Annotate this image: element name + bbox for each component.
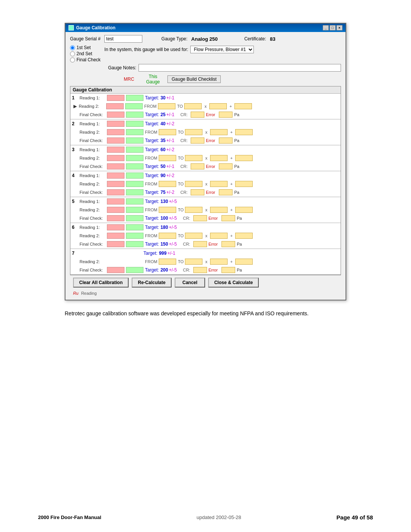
close-button[interactable]: × [336, 25, 342, 30]
checklist-button[interactable]: Gauge Build Checklist [167, 75, 221, 83]
cancel-button[interactable]: Cancel [175, 278, 205, 288]
from-box-2[interactable] [159, 129, 176, 135]
radio-final-check[interactable]: Final Check [70, 57, 100, 62]
x-box-4[interactable] [210, 181, 228, 187]
error-box-2[interactable] [219, 137, 233, 144]
green-input-5-2[interactable] [126, 207, 143, 213]
x-box-1[interactable] [209, 103, 227, 109]
radio-1st-set[interactable]: 1st Set [70, 45, 100, 50]
to-box-2[interactable] [185, 129, 202, 135]
green-input-3-1[interactable] [126, 147, 143, 153]
to-box-6[interactable] [185, 233, 202, 239]
pink-input-5-2[interactable] [107, 207, 124, 213]
from-box-7[interactable] [159, 259, 176, 265]
pink-input-2-1[interactable] [107, 121, 124, 127]
maximize-button[interactable]: □ [330, 25, 336, 30]
notes-input[interactable] [139, 64, 341, 72]
cr-box-1[interactable] [191, 112, 204, 118]
from-box-6[interactable] [159, 233, 176, 239]
cr-box-2[interactable] [191, 137, 204, 144]
green-input-1-2[interactable] [125, 103, 143, 109]
pink-input-4-f[interactable] [107, 189, 124, 195]
green-input-6-f[interactable] [126, 241, 143, 247]
green-input-5-1[interactable] [126, 198, 143, 204]
green-input-7-f[interactable] [126, 267, 143, 273]
pink-input-6-f[interactable] [107, 241, 124, 247]
green-input-4-2[interactable] [126, 181, 143, 187]
green-input-4-1[interactable] [126, 173, 143, 179]
to-box-5[interactable] [185, 207, 202, 213]
x-box-5[interactable] [210, 207, 228, 213]
pink-input-6-2[interactable] [107, 233, 124, 239]
title-bar-controls[interactable]: _ □ × [323, 25, 342, 30]
error-box-7[interactable] [221, 267, 235, 273]
to-box-1[interactable] [184, 103, 202, 109]
plus-box-6[interactable] [235, 233, 253, 239]
serial-input[interactable] [104, 35, 142, 43]
to-box-3[interactable] [185, 155, 202, 161]
green-input-5-f[interactable] [126, 215, 143, 221]
pink-input-7-f[interactable] [107, 267, 124, 273]
cr-box-5[interactable] [193, 215, 207, 221]
cr-box-7[interactable] [193, 267, 207, 273]
pink-input-2-2[interactable] [107, 129, 124, 135]
green-input-2-1[interactable] [126, 121, 143, 127]
plus-box-3[interactable] [235, 155, 253, 161]
radio-final-check-input[interactable] [70, 58, 75, 62]
to-box-4[interactable] [185, 181, 202, 187]
from-box-3[interactable] [159, 155, 176, 161]
pink-input-3-1[interactable] [107, 147, 124, 153]
from-box-1[interactable] [158, 103, 175, 109]
pink-input-1-f[interactable] [107, 112, 124, 118]
radio-2nd-set-input[interactable] [70, 51, 75, 56]
pink-input-6-1[interactable] [107, 224, 124, 230]
x-box-3[interactable] [210, 155, 228, 161]
error-box-3[interactable] [219, 163, 233, 169]
plus-box-1[interactable] [234, 103, 252, 109]
clear-all-button[interactable]: Clear All Calibration [73, 278, 129, 288]
pink-input-3-f[interactable] [107, 163, 124, 169]
green-input-1-f[interactable] [126, 112, 143, 118]
green-input-4-f[interactable] [126, 189, 143, 195]
green-input-3-f[interactable] [126, 163, 143, 169]
x-box-6[interactable] [210, 233, 228, 239]
recalculate-button[interactable]: Re-Calculate [132, 278, 172, 288]
x-box-2[interactable] [210, 129, 228, 135]
error-box-5[interactable] [221, 215, 235, 221]
cr-box-6[interactable] [193, 241, 207, 247]
pink-input-2-f[interactable] [107, 137, 124, 144]
plus-box-7[interactable] [235, 259, 253, 265]
green-input-2-2[interactable] [126, 129, 143, 135]
radio-1st-set-input[interactable] [70, 45, 75, 50]
row-6-reading1: 6 Reading 1: Target: 180 +/-5 [70, 223, 341, 232]
from-box-4[interactable] [159, 181, 176, 187]
error-box-6[interactable] [221, 241, 235, 247]
x-box-7[interactable] [210, 259, 228, 265]
plus-box-4[interactable] [235, 181, 253, 187]
cr-box-3[interactable] [191, 163, 204, 169]
error-box-1[interactable] [219, 112, 233, 118]
for-dropdown[interactable]: Flow Pressure, Blower #1 Flow Pressure, … [190, 46, 254, 53]
from-box-5[interactable] [159, 207, 176, 213]
pink-input-4-2[interactable] [107, 181, 124, 187]
green-input-3-2[interactable] [126, 155, 143, 161]
green-input-6-2[interactable] [126, 233, 143, 239]
plus-box-2[interactable] [235, 129, 253, 135]
pink-input-3-2[interactable] [107, 155, 124, 161]
cr-box-4[interactable] [191, 189, 204, 195]
to-box-7[interactable] [185, 259, 202, 265]
green-input-6-1[interactable] [126, 224, 143, 230]
pink-input-5-f[interactable] [107, 215, 124, 221]
pink-input-1-1[interactable] [107, 95, 124, 101]
radio-2nd-set[interactable]: 2nd Set [70, 51, 100, 56]
minimize-button[interactable]: _ [323, 25, 329, 30]
close-calculate-button[interactable]: Close & Calculate [208, 278, 259, 288]
pink-input-4-1[interactable] [107, 173, 124, 179]
green-input-1-1[interactable] [126, 95, 143, 101]
pink-input-1-2[interactable] [106, 103, 124, 109]
plus-box-5[interactable] [235, 207, 253, 213]
pink-input-5-1[interactable] [107, 198, 124, 204]
to-2: TO [178, 130, 183, 134]
error-box-4[interactable] [219, 189, 233, 195]
green-input-2-f[interactable] [126, 137, 143, 144]
